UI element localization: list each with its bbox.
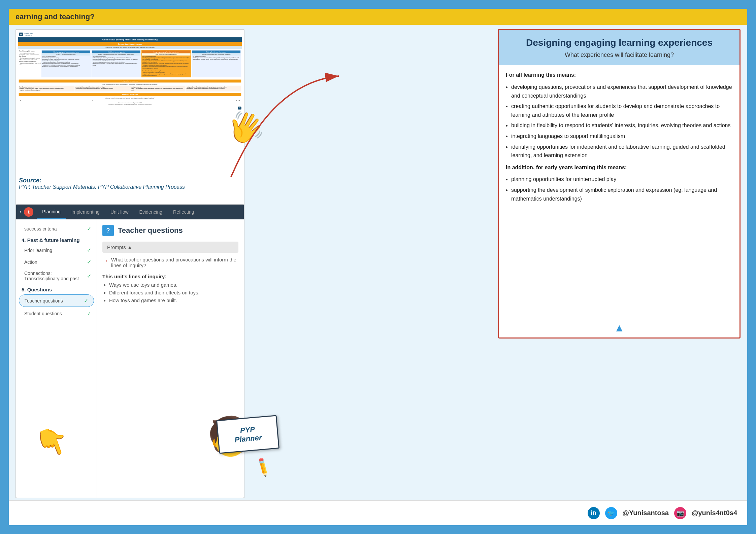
ib-pyp-text: Primary YearsProgramme (24, 33, 33, 36)
instagram-icon[interactable]: 📷 (674, 507, 686, 519)
footer-handle-yunisantosa: @Yunisantosa (623, 509, 669, 517)
prompts-bar[interactable]: Prompts ▲ (102, 242, 238, 253)
ib-col-4: Making flexible use of resources How wil… (192, 50, 241, 77)
sidebar-item-action[interactable]: Action ✓ (16, 256, 97, 268)
ib-doc-header: Collaborative planning process for learn… (18, 37, 242, 42)
header-strip: earning and teaching? (9, 9, 747, 25)
prompt-question-area: → What teacher questions and provocation… (102, 257, 238, 268)
loi-title: This unit's lines of inquiry: (102, 274, 238, 279)
question-icon: ? (102, 225, 114, 236)
right-point-4: integrating languages to support multili… (511, 132, 733, 141)
footer: in 🐦 @Yunisantosa 📷 @yunis4nt0s4 (9, 500, 747, 525)
pencil-icon: ✏️ (252, 456, 274, 478)
loi-item-2: Different forces and their effects on to… (109, 290, 238, 295)
checkmark-action: ✓ (87, 259, 91, 265)
ib-section-title: Supporting student agency (18, 42, 242, 46)
right-panel-points: developing questions, provocations and e… (511, 83, 733, 160)
pyp-planner-line1: PYP (240, 425, 255, 435)
loi-item-1: Ways we use toys and games. (109, 282, 238, 288)
sidebar-item-connections[interactable]: Connections: Transdisciplinary and past … (16, 268, 97, 284)
sidebar-item-student-questions[interactable]: Student questions ✓ (16, 308, 97, 319)
checkmark-teacher-q: ✓ (84, 297, 88, 304)
right-point-5: identifying opportunities for independen… (511, 143, 733, 160)
loi-item-3: How toys and games are built. (109, 297, 238, 303)
checkmark-success: ✓ (87, 225, 91, 232)
ib-assessment-section: For all learning this means:• building i… (18, 86, 242, 92)
ib-bottom-nav: ◄◄► ► ► (18, 99, 242, 102)
ib-col-3: Designing engaging learning experiences … (141, 50, 191, 77)
loi-list: Ways we use toys and games. Different fo… (109, 282, 238, 303)
tab-evidencing[interactable]: Evidencing (134, 205, 168, 219)
nav-tabs-bar: ‹ t Planning Implementing Unit flow Evid… (16, 205, 244, 219)
right-ey-point-2: supporting the development of symbolic e… (511, 186, 733, 203)
sidebar-item-teacher-questions[interactable]: Teacher questions ✓ (19, 294, 94, 307)
right-panel-content: For all learning this means: developing … (499, 65, 739, 212)
teacher-questions-title: Teacher questions (118, 226, 183, 235)
source-label: Source: (19, 177, 185, 184)
tab-implementing[interactable]: Implementing (66, 205, 105, 219)
right-panel-subtitle: What experiences will facilitate learnin… (506, 51, 733, 59)
tab-reflecting[interactable]: Reflecting (168, 205, 199, 219)
ib-assessment-bar: Integrating assessment (19, 79, 241, 82)
right-panel-title: Designing engaging learning experiences (506, 37, 733, 49)
twitter-icon[interactable]: 🐦 (605, 507, 617, 519)
panel-down-arrow: ▲ (614, 322, 625, 334)
tab-planning[interactable]: Planning (37, 205, 66, 219)
pyp-planner-line2: Planner (234, 433, 262, 444)
right-panel: Designing engaging learning experiences … (498, 29, 741, 339)
right-ey-point-1: planning opportunities for uninterrupted… (511, 175, 733, 184)
blue-hand-left: 👋 (228, 110, 265, 145)
ib-col-2: Establishing learning goals What is it w… (91, 50, 141, 77)
sidebar-section-4: 4. Past & future learning (16, 235, 97, 244)
footer-handle-yunis4nt0s4: @yunis4nt0s4 (692, 509, 737, 517)
checkmark-connections: ✓ (87, 273, 91, 279)
right-panel-header: Designing engaging learning experiences … (499, 30, 739, 65)
checkmark-prior: ✓ (87, 247, 91, 253)
lines-of-inquiry-section: This unit's lines of inquiry: Ways we us… (102, 274, 238, 303)
tab-unitflow[interactable]: Unit flow (105, 205, 134, 219)
pyp-planner-badge: PYP Planner (216, 415, 280, 454)
sidebar-section-5: 5. Questions (16, 284, 97, 294)
back-button[interactable]: ‹ (20, 209, 21, 215)
prompt-question-text: What teacher questions and provocations … (111, 257, 238, 268)
right-panel-intro: For all learning this means: (506, 71, 733, 79)
app-icon-circle: t (24, 207, 33, 217)
source-section: Source: PYP. Teacher Support Materials. … (19, 177, 185, 190)
prompts-label: Prompts ▲ (107, 244, 132, 250)
teacher-questions-header: ? Teacher questions (102, 225, 238, 236)
right-early-years-points: planning opportunities for uninterrupted… (511, 175, 733, 203)
ib-reflect-bar: Reflecting on learning (19, 93, 241, 96)
prompt-arrow-icon: → (102, 257, 108, 264)
ib-section-subtitle: How do we recognise and support student … (18, 46, 242, 49)
right-early-years-intro: In addition, for early years learning th… (506, 163, 733, 172)
source-citation: PYP. Teacher Support Materials. PYP Coll… (19, 184, 185, 190)
footer-social: in 🐦 @Yunisantosa 📷 @yunis4nt0s4 (588, 507, 737, 519)
sidebar-item-success-criteria[interactable]: success criteria ✓ (16, 223, 97, 235)
sidebar-list: success criteria ✓ 4. Past & future lear… (16, 219, 97, 323)
sidebar-item-prior-learning[interactable]: Prior learning ✓ (16, 244, 97, 256)
right-point-3: building in flexibility to respond to st… (511, 121, 733, 130)
linkedin-icon[interactable]: in (588, 507, 600, 519)
header-title: earning and teaching? (15, 12, 95, 21)
right-point-2: creating authentic opportunities for stu… (511, 102, 733, 119)
checkmark-student-q: ✓ (87, 310, 91, 317)
right-point-1: developing questions, provocations and e… (511, 83, 733, 100)
ib-col-1: Identifying purpose and conceptual focus… (41, 50, 91, 77)
ib-document: IB Primary YearsProgramme Collaborative … (18, 32, 242, 110)
ib-logo: IB (19, 33, 23, 36)
